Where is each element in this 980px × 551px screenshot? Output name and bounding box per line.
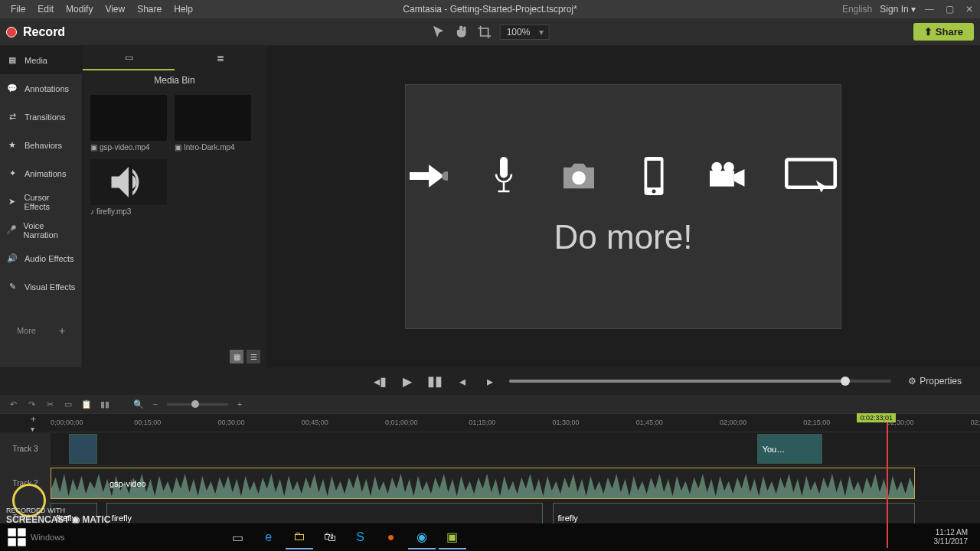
tools-sidebar: ▦Media 💬Annotations ⇄Transitions ★Behavi… — [0, 46, 83, 367]
pause-button[interactable]: ▮▮ — [426, 373, 443, 390]
clip-intro[interactable] — [69, 434, 96, 464]
firefox-icon[interactable]: ● — [377, 525, 405, 549]
explorer-icon[interactable]: 🗀 — [286, 525, 313, 549]
clock-time: 11:12 AM — [934, 528, 969, 537]
system-clock[interactable]: 11:12 AM 3/11/2017 — [928, 528, 975, 546]
track-menu-button[interactable]: ▾ — [5, 425, 43, 433]
edge-icon[interactable]: e — [255, 525, 283, 549]
media-item-firefly[interactable]: ♪firefly.mp3 — [90, 159, 167, 216]
sidebar-label: Cursor Effects — [24, 193, 76, 211]
hand-tool-icon[interactable] — [454, 24, 469, 40]
add-tool-button[interactable]: + — [59, 324, 65, 337]
sidebar-label: Annotations — [24, 84, 69, 93]
menu-view[interactable]: View — [99, 2, 131, 17]
split-button[interactable]: ▮▮ — [100, 399, 110, 409]
paste-button[interactable]: 📋 — [81, 399, 92, 409]
menu-file[interactable]: File — [5, 2, 31, 17]
camtasia-icon[interactable]: ▣ — [439, 525, 466, 549]
media-tab-library[interactable]: ≣ — [175, 46, 266, 70]
annotations-icon: 💬 — [6, 83, 18, 95]
track-2[interactable]: Track 2 gsp-video — [0, 466, 980, 501]
svg-rect-4 — [647, 161, 661, 187]
sidebar-item-animations[interactable]: ✦Animations — [0, 159, 82, 187]
cut-button[interactable]: ✂ — [44, 399, 55, 409]
sidebar-item-cursor-effects[interactable]: ➤Cursor Effects — [0, 187, 82, 216]
sidebar-item-audio-effects[interactable]: 🔊Audio Effects — [0, 244, 82, 272]
minimize-button[interactable]: — — [923, 3, 936, 15]
media-item-label: gsp-video.mp4 — [100, 143, 150, 152]
copy-button[interactable]: ▭ — [63, 399, 74, 409]
properties-button[interactable]: ⚙ Properties — [902, 374, 968, 388]
menu-share[interactable]: Share — [131, 2, 168, 17]
sidebar-item-annotations[interactable]: 💬Annotations — [0, 74, 82, 103]
zoom-in-button[interactable]: + — [234, 399, 245, 409]
undo-button[interactable]: ↶ — [8, 399, 18, 409]
close-button[interactable]: ✕ — [963, 3, 975, 15]
share-label: Share — [936, 26, 963, 37]
clip-you[interactable]: You… — [757, 434, 822, 464]
somatic-icon[interactable]: ◉ — [408, 525, 436, 549]
ruler-tick: 00;45;00 — [302, 419, 328, 426]
skype-icon[interactable]: S — [347, 525, 374, 549]
scrubber-handle[interactable] — [841, 377, 850, 386]
library-icon: ≣ — [217, 53, 224, 64]
playback-scrubber[interactable] — [509, 380, 891, 383]
svg-point-7 — [711, 162, 722, 173]
menu-help[interactable]: Help — [168, 2, 199, 17]
sidebar-label: Transitions — [24, 112, 65, 122]
ruler-tick: 00;30;00 — [218, 419, 245, 426]
redo-button[interactable]: ↷ — [26, 399, 37, 409]
sidebar-label: Behaviors — [24, 141, 62, 150]
start-button[interactable] — [6, 527, 28, 548]
svg-rect-12 — [8, 538, 15, 546]
playhead[interactable]: 0:02:33;01 — [887, 414, 888, 548]
gear-icon: ⚙ — [908, 376, 916, 386]
svg-rect-6 — [710, 171, 734, 186]
step-forward-button[interactable]: ▸ — [482, 373, 498, 390]
sidebar-more-button[interactable]: More — [17, 326, 36, 335]
zoom-out-button[interactable]: − — [150, 399, 161, 409]
sidebar-item-visual-effects[interactable]: ✎Visual Effects — [0, 272, 82, 301]
language-indicator[interactable]: English — [842, 4, 872, 15]
taskview-icon[interactable]: ▭ — [224, 525, 252, 549]
clip-label: firefly — [56, 514, 76, 523]
camera-icon — [560, 157, 598, 195]
maximize-button[interactable]: ▢ — [943, 3, 956, 15]
media-tab-bin[interactable]: ▭ — [83, 46, 175, 70]
sidebar-item-voice-narration[interactable]: 🎤Voice Narration — [0, 216, 82, 244]
sign-in-button[interactable]: Sign In ▾ — [880, 4, 916, 15]
cursor-tool-icon[interactable] — [431, 24, 446, 40]
timeline-zoom-slider[interactable] — [167, 403, 228, 406]
zoom-select[interactable]: 100% — [500, 24, 550, 40]
ruler-tick: 02;00;00 — [720, 419, 746, 426]
clip-gsp-video[interactable]: gsp-video — [51, 468, 915, 499]
play-button[interactable]: ▶ — [399, 373, 416, 390]
track-3[interactable]: Track 3 You… — [0, 432, 980, 466]
transitions-icon: ⇄ — [6, 111, 18, 123]
menu-edit[interactable]: Edit — [31, 2, 60, 17]
sidebar-item-media[interactable]: ▦Media — [0, 46, 82, 74]
timeline-ruler[interactable]: 0;00;00;00 00;15;00 00;30;00 00;45;00 0;… — [51, 414, 980, 432]
sidebar-item-transitions[interactable]: ⇄Transitions — [0, 103, 82, 131]
track-header[interactable]: Track 3 — [0, 432, 51, 465]
step-back-button[interactable]: ◂ — [454, 373, 471, 390]
list-view-button[interactable]: ☰ — [247, 350, 260, 364]
menu-bar: File Edit Modify View Share Help Camtasi… — [0, 0, 980, 18]
record-icon — [6, 27, 17, 37]
screen-cursor-icon — [785, 157, 837, 195]
sidebar-label: Animations — [24, 169, 66, 178]
record-button[interactable]: Record — [6, 25, 65, 39]
media-item-intro-dark[interactable]: ▣Intro-Dark.mp4 — [175, 95, 251, 152]
sidebar-item-behaviors[interactable]: ★Behaviors — [0, 131, 82, 159]
taskbar-search[interactable]: Windows — [31, 533, 65, 542]
add-track-button[interactable]: + — [5, 414, 43, 425]
crop-tool-icon[interactable] — [477, 24, 492, 40]
prev-frame-button[interactable]: ◂▮ — [371, 373, 388, 390]
share-button[interactable]: ⬆ Share — [913, 23, 974, 41]
microphone-icon — [485, 157, 523, 195]
menu-modify[interactable]: Modify — [60, 2, 99, 17]
store-icon[interactable]: 🛍 — [316, 525, 344, 549]
grid-view-button[interactable]: ▦ — [230, 350, 243, 364]
preview-canvas[interactable]: Do more! — [405, 84, 841, 329]
media-item-gsp-video[interactable]: ▣gsp-video.mp4 — [90, 95, 167, 152]
